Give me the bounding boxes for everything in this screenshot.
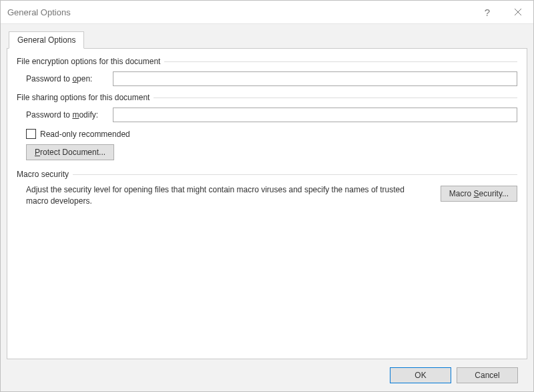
password-modify-label: Password to modify: <box>26 110 113 120</box>
password-open-label: Password to open: <box>26 74 113 83</box>
password-modify-input[interactable] <box>113 108 517 122</box>
tabstrip: General Options <box>7 31 527 48</box>
titlebar: General Options ? <box>1 1 533 23</box>
group-macro-label: Macro security <box>17 170 69 179</box>
close-button[interactable] <box>503 1 533 23</box>
protect-row: Protect Document... <box>17 144 517 160</box>
macro-security-button[interactable]: Macro Security... <box>441 186 517 202</box>
tabpanel: File encryption options for this documen… <box>7 48 527 359</box>
group-encryption-label: File encryption options for this documen… <box>17 57 160 66</box>
macro-description: Adjust the security level for opening fi… <box>26 184 441 208</box>
window-title: General Options <box>7 7 71 17</box>
readonly-label[interactable]: Read-only recommended <box>40 130 130 139</box>
group-sharing: File sharing options for this document <box>17 93 517 102</box>
divider <box>164 61 517 62</box>
divider <box>154 97 517 98</box>
protect-document-button[interactable]: Protect Document... <box>26 144 114 160</box>
cancel-button[interactable]: Cancel <box>457 367 518 383</box>
readonly-row: Read-only recommended <box>17 129 517 139</box>
group-macro: Macro security <box>17 170 517 179</box>
group-encryption: File encryption options for this documen… <box>17 57 517 66</box>
password-modify-row: Password to modify: <box>17 108 517 122</box>
divider <box>73 174 517 175</box>
dialog-footer: OK Cancel <box>7 359 527 391</box>
ok-button[interactable]: OK <box>390 367 451 383</box>
close-icon <box>514 8 522 16</box>
help-button[interactable]: ? <box>472 1 503 23</box>
macro-row: Adjust the security level for opening fi… <box>17 184 517 208</box>
help-icon: ? <box>485 7 490 17</box>
tab-general-options[interactable]: General Options <box>9 31 84 49</box>
general-options-dialog: General Options ? General Options File e… <box>0 0 534 392</box>
group-sharing-label: File sharing options for this document <box>17 93 150 102</box>
password-open-row: Password to open: <box>17 71 517 86</box>
readonly-checkbox[interactable] <box>26 129 36 139</box>
password-open-input[interactable] <box>113 71 517 86</box>
dialog-body: General Options File encryption options … <box>1 23 533 391</box>
